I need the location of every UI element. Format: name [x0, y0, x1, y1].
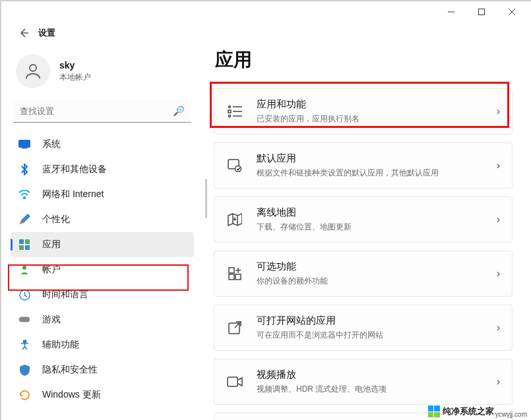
card-video-playback[interactable]: 视频播放 视频调整、HDR 流式处理、电池选项 › [214, 359, 513, 405]
avatar [16, 54, 50, 88]
svg-rect-31 [228, 377, 237, 386]
nav-item-time[interactable]: 时间和语言 [11, 282, 194, 307]
svg-rect-10 [25, 239, 30, 244]
nav-label: 个性化 [42, 214, 70, 225]
brush-icon [18, 214, 30, 225]
svg-point-13 [22, 266, 26, 270]
window-title: 设置 [38, 27, 55, 39]
svg-rect-26 [229, 274, 234, 280]
nav-item-network[interactable]: 网络和 Internet [11, 182, 194, 207]
chevron-right-icon: › [497, 268, 500, 280]
svg-rect-11 [19, 245, 24, 250]
header-row: 设置 [1, 22, 531, 44]
svg-point-8 [24, 197, 26, 199]
update-icon [18, 389, 30, 401]
maximize-button[interactable] [466, 1, 497, 22]
search-input[interactable] [13, 100, 191, 123]
nav-label: 网络和 Internet [42, 189, 104, 200]
nav-label: 应用 [42, 239, 61, 251]
sidebar: sky 本地帐户 🔍 系统 蓝牙和其他设备 网络和 Internet [1, 44, 207, 420]
system-icon [18, 138, 30, 150]
svg-rect-25 [229, 268, 234, 273]
card-title: 默认应用 [257, 152, 497, 165]
video-icon [226, 373, 243, 390]
svg-rect-1 [479, 9, 485, 15]
svg-point-24 [235, 166, 241, 172]
account-row[interactable]: sky 本地帐户 [11, 44, 207, 100]
nav-label: 隐私和安全性 [42, 364, 98, 376]
card-subtitle: 可在应用而不是浏览器中打开的网站 [257, 330, 497, 341]
chevron-right-icon: › [497, 322, 500, 334]
svg-rect-15 [19, 317, 30, 322]
nav-list: 系统 蓝牙和其他设备 网络和 Internet 个性化 应用 帐户 [11, 132, 194, 407]
apps-icon [18, 239, 30, 251]
card-optional-features[interactable]: 可选功能 你的设备的额外功能 › [214, 251, 513, 297]
nav-label: 帐户 [42, 264, 61, 276]
shield-icon [18, 364, 30, 376]
svg-rect-27 [235, 274, 241, 280]
page-title: 应用 [215, 47, 513, 73]
list-icon [226, 103, 243, 120]
nav-label: 蓝牙和其他设备 [42, 164, 107, 175]
svg-rect-12 [25, 245, 30, 250]
wifi-icon [18, 189, 30, 200]
open-external-icon [226, 319, 243, 336]
nav-item-gaming[interactable]: 游戏 [11, 307, 194, 332]
card-title: 可打开网站的应用 [257, 315, 497, 327]
nav-item-apps[interactable]: 应用 [11, 232, 194, 257]
card-subtitle: 视频调整、HDR 流式处理、电池选项 [257, 384, 497, 395]
accessibility-icon [18, 339, 30, 351]
svg-point-5 [30, 65, 36, 71]
svg-rect-19 [228, 110, 231, 113]
minimize-button[interactable] [436, 1, 466, 22]
chevron-right-icon: › [497, 160, 500, 171]
nav-item-system[interactable]: 系统 [11, 132, 194, 157]
chevron-right-icon: › [497, 105, 500, 117]
svg-point-17 [229, 106, 231, 108]
card-subtitle: 你的设备的额外功能 [257, 276, 497, 287]
card-web-apps[interactable]: 可打开网站的应用 可在应用而不是浏览器中打开的网站 › [214, 305, 513, 351]
nav-item-update[interactable]: Windows 更新 [11, 382, 194, 407]
default-apps-icon [226, 157, 243, 174]
nav-item-privacy[interactable]: 隐私和安全性 [11, 357, 194, 382]
account-name: sky [59, 60, 91, 71]
gamepad-icon [18, 314, 30, 326]
close-button[interactable] [497, 1, 527, 22]
svg-point-21 [229, 115, 231, 117]
nav-label: 游戏 [42, 314, 61, 326]
card-subtitle: 已安装的应用，应用执行别名 [257, 113, 497, 125]
person-icon [18, 264, 30, 276]
content-area: 应用 应用和功能 已安装的应用，应用执行别名 › 默认应用 根据文件和链接种类设… [207, 44, 531, 420]
card-default-apps[interactable]: 默认应用 根据文件和链接种类设置的默认应用，其他默认应用 › [214, 142, 513, 189]
nav-item-accounts[interactable]: 帐户 [11, 257, 194, 282]
account-subtitle: 本地帐户 [59, 72, 91, 83]
card-title: 可选功能 [257, 260, 497, 273]
search-icon: 🔍 [173, 105, 185, 116]
card-apps-features[interactable]: 应用和功能 已安装的应用，应用执行别名 › [214, 88, 513, 135]
nav-item-accessibility[interactable]: 辅助功能 [11, 332, 194, 357]
nav-label: 系统 [42, 138, 61, 150]
nav-item-personalize[interactable]: 个性化 [11, 207, 194, 232]
card-subtitle: 根据文件和链接种类设置的默认应用，其他默认应用 [257, 167, 497, 179]
nav-label: 辅助功能 [42, 339, 79, 351]
nav-label: Windows 更新 [42, 389, 101, 401]
card-title: 应用和功能 [257, 98, 497, 111]
nav-label: 时间和语言 [42, 289, 88, 301]
card-subtitle: 下载、存储位置、地图更新 [257, 222, 497, 233]
svg-rect-7 [22, 148, 27, 149]
svg-rect-6 [19, 140, 30, 148]
nav-item-bluetooth[interactable]: 蓝牙和其他设备 [11, 157, 194, 182]
search-box: 🔍 [13, 100, 191, 123]
card-title: 视频播放 [257, 369, 497, 381]
svg-rect-9 [19, 239, 24, 244]
back-button[interactable] [15, 24, 33, 42]
chevron-right-icon: › [497, 214, 500, 225]
card-startup[interactable]: 启动 登录时自动启动的应用程序 › [214, 413, 513, 420]
card-offline-maps[interactable]: 离线地图 下载、存储位置、地图更新 › [214, 196, 513, 243]
titlebar [1, 1, 531, 22]
clock-globe-icon [18, 289, 30, 301]
map-icon [226, 211, 243, 228]
card-title: 离线地图 [257, 206, 497, 219]
chevron-right-icon: › [497, 376, 500, 388]
bluetooth-icon [18, 164, 30, 175]
